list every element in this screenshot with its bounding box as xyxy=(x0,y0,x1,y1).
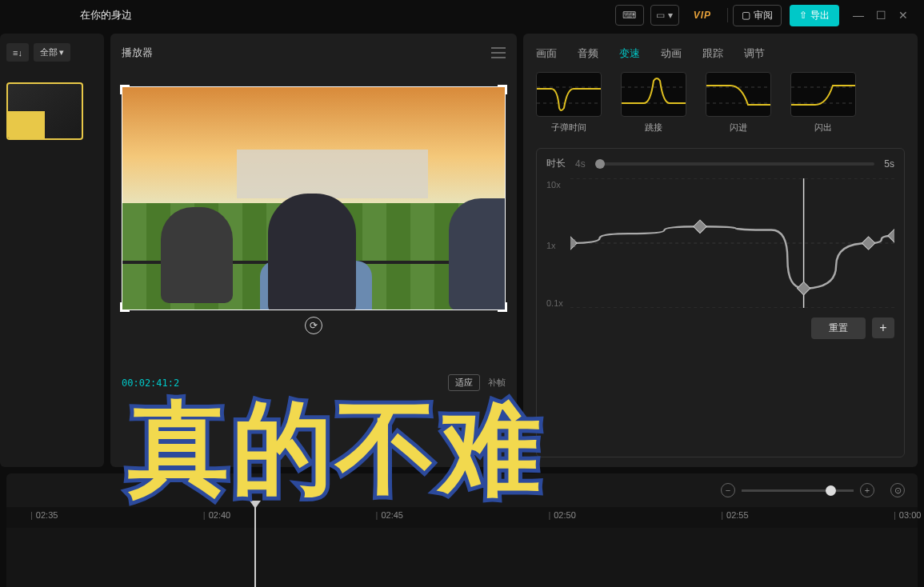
project-title: 在你的身边 xyxy=(80,8,132,22)
y-axis-mid: 1x xyxy=(546,241,556,250)
zoom-slider[interactable] xyxy=(742,489,854,492)
zoom-fit-button[interactable]: ⊙ xyxy=(890,483,905,497)
timeline-ruler[interactable]: 02:3502:4002:4502:5002:5503:00 xyxy=(6,507,918,528)
add-keyframe-button[interactable]: + xyxy=(872,317,894,338)
ruler-mark: 02:40 xyxy=(203,510,230,520)
tab-speed[interactable]: 变速 xyxy=(619,46,640,61)
sync-icon[interactable]: ⟳ xyxy=(305,317,322,334)
reset-button[interactable]: 重置 xyxy=(811,317,866,339)
filter-all-chip[interactable]: 全部 ▾ xyxy=(34,43,70,62)
review-button[interactable]: ▢ 审阅 xyxy=(733,5,782,26)
layout-icon[interactable]: ▭ ▾ xyxy=(650,5,679,26)
export-label: 导出 xyxy=(810,9,830,22)
zoom-in-button[interactable]: + xyxy=(860,483,874,497)
review-icon: ▢ xyxy=(742,10,750,21)
timeline-toolbar: − + ⊙ xyxy=(6,473,918,507)
media-browser-panel: ≡↓ 全部 ▾ xyxy=(0,34,104,467)
tab-animation[interactable]: 动画 xyxy=(661,46,682,61)
player-menu-icon[interactable] xyxy=(491,47,506,58)
maximize-button[interactable]: ☐ xyxy=(870,4,892,26)
preset-flash-in[interactable]: 闪进 xyxy=(706,72,771,134)
speed-curve-area[interactable]: 10x 1x 0.1x xyxy=(546,178,894,313)
preview-viewport[interactable] xyxy=(122,86,506,310)
player-title: 播放器 xyxy=(122,46,153,60)
media-thumbnail[interactable] xyxy=(6,82,83,140)
sort-chip[interactable]: ≡↓ xyxy=(6,43,29,62)
minimize-button[interactable]: — xyxy=(847,4,870,26)
crop-handle-tl[interactable] xyxy=(120,85,130,94)
tab-picture[interactable]: 画面 xyxy=(536,46,557,61)
filter-icon: ▾ xyxy=(59,47,64,58)
y-axis-top: 10x xyxy=(546,180,561,190)
main-area: ≡↓ 全部 ▾ 播放器 xyxy=(0,30,924,470)
duration-slider[interactable] xyxy=(595,162,875,166)
crop-handle-tr[interactable] xyxy=(498,85,507,94)
ruler-mark: 03:00 xyxy=(894,510,921,520)
speed-graph-panel: 时长 4s 5s 10x 1x 0.1x 重置 + xyxy=(536,148,905,457)
preset-flash-out[interactable]: 闪出 xyxy=(790,72,856,134)
ruler-mark: 02:45 xyxy=(376,510,403,520)
tab-audio[interactable]: 音频 xyxy=(578,46,598,61)
preset-jump-cut[interactable]: 跳接 xyxy=(621,72,686,134)
timecode: 00:02:41:2 xyxy=(122,377,179,389)
crop-handle-bl[interactable] xyxy=(120,302,130,312)
svg-rect-14 xyxy=(797,282,810,294)
tab-adjust[interactable]: 调节 xyxy=(744,46,765,61)
export-icon: ⇧ xyxy=(799,10,807,21)
vip-badge[interactable]: VIP xyxy=(694,10,711,21)
properties-panel: 画面 音频 变速 动画 跟踪 调节 子弹时间 跳接 闪进 闪出 xyxy=(523,34,918,467)
export-button[interactable]: ⇧ 导出 xyxy=(790,5,839,26)
zoom-out-button[interactable]: − xyxy=(721,483,735,497)
svg-rect-15 xyxy=(862,237,874,250)
duration-from: 4s xyxy=(575,158,586,170)
duration-slider-thumb[interactable] xyxy=(595,159,605,169)
property-tabs: 画面 音频 变速 动画 跟踪 调节 xyxy=(536,40,905,72)
speed-presets: 子弹时间 跳接 闪进 闪出 xyxy=(536,72,905,134)
timeline-tracks[interactable] xyxy=(6,528,918,587)
duration-to: 5s xyxy=(884,158,894,170)
keyboard-icon[interactable]: ⌨ xyxy=(615,5,644,26)
svg-rect-13 xyxy=(694,220,706,233)
review-label: 审阅 xyxy=(754,9,773,22)
speed-curve-svg[interactable] xyxy=(570,178,894,308)
preview-image xyxy=(122,86,506,310)
title-bar: 在你的身边 ⌨ ▭ ▾ VIP ▢ 审阅 ⇧ 导出 — ☐ ✕ xyxy=(0,0,924,30)
timeline-playhead[interactable] xyxy=(254,507,256,587)
tab-tracking[interactable]: 跟踪 xyxy=(702,46,723,61)
fit-button[interactable]: 适应 xyxy=(448,374,480,391)
preset-bullet-time[interactable]: 子弹时间 xyxy=(536,72,602,134)
crop-handle-br[interactable] xyxy=(498,302,507,312)
duration-label: 时长 xyxy=(546,157,566,170)
ruler-mark: 02:50 xyxy=(548,510,575,520)
y-axis-bot: 0.1x xyxy=(546,298,563,308)
player-panel: 播放器 ⟳ 00:02:41:2 适应 补帧 xyxy=(110,34,517,467)
frame-interp-label: 补帧 xyxy=(488,377,506,389)
zoom-slider-thumb[interactable] xyxy=(826,485,836,496)
close-button[interactable]: ✕ xyxy=(892,4,914,26)
ruler-mark: 02:35 xyxy=(30,510,58,520)
ruler-mark: 02:55 xyxy=(721,510,748,520)
